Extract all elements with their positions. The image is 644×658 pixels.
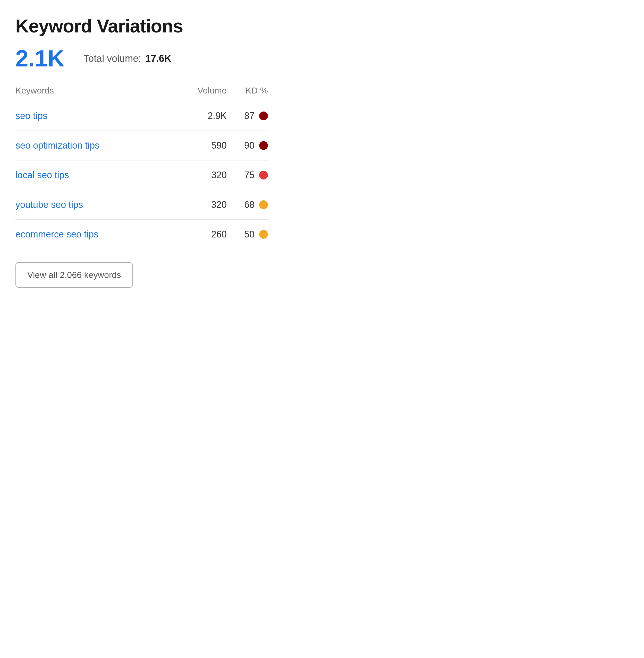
summary-row: 2.1K Total volume: 17.6K <box>16 47 268 70</box>
keyword-link[interactable]: youtube seo tips <box>16 199 83 210</box>
page-title: Keyword Variations <box>16 16 268 37</box>
keyword-link[interactable]: local seo tips <box>16 170 69 180</box>
table-row: ecommerce seo tips 260 50 <box>16 220 268 249</box>
kd-value: 68 <box>244 199 254 210</box>
table-row: seo optimization tips 590 90 <box>16 131 268 161</box>
volume-value: 17.6K <box>145 53 171 64</box>
table-row: local seo tips 320 75 <box>16 161 268 190</box>
col-header-volume: Volume <box>180 86 227 96</box>
kd-value: 90 <box>244 140 254 151</box>
volume-cell: 320 <box>180 199 227 210</box>
kd-dot <box>259 112 268 120</box>
kd-value: 87 <box>244 111 254 121</box>
kd-cell: 90 <box>227 140 268 151</box>
table-body: seo tips 2.9K 87 seo optimization tips 5… <box>16 101 268 249</box>
keyword-table: Keywords Volume KD % seo tips 2.9K 87 se… <box>16 83 268 249</box>
col-header-keywords: Keywords <box>16 86 180 96</box>
kd-value: 75 <box>244 170 254 181</box>
volume-cell: 320 <box>180 170 227 181</box>
keyword-link[interactable]: seo optimization tips <box>16 140 99 151</box>
kd-cell: 50 <box>227 229 268 240</box>
view-all-button[interactable]: View all 2,066 keywords <box>16 262 133 288</box>
kd-value: 50 <box>244 229 254 240</box>
kd-dot <box>259 141 268 150</box>
keyword-link[interactable]: ecommerce seo tips <box>16 229 98 239</box>
keyword-count: 2.1K <box>16 47 64 70</box>
volume-label: Total volume: <box>84 53 141 64</box>
kd-cell: 87 <box>227 111 268 121</box>
kd-dot <box>259 201 268 209</box>
table-row: youtube seo tips 320 68 <box>16 190 268 220</box>
col-header-kd: KD % <box>227 86 268 96</box>
kd-cell: 68 <box>227 199 268 210</box>
kd-cell: 75 <box>227 170 268 181</box>
table-row: seo tips 2.9K 87 <box>16 101 268 131</box>
volume-cell: 2.9K <box>180 111 227 121</box>
keyword-link[interactable]: seo tips <box>16 111 47 121</box>
table-header: Keywords Volume KD % <box>16 83 268 101</box>
volume-cell: 260 <box>180 229 227 240</box>
summary-divider <box>74 48 74 69</box>
volume-cell: 590 <box>180 140 227 151</box>
kd-dot <box>259 171 268 180</box>
kd-dot <box>259 230 268 239</box>
